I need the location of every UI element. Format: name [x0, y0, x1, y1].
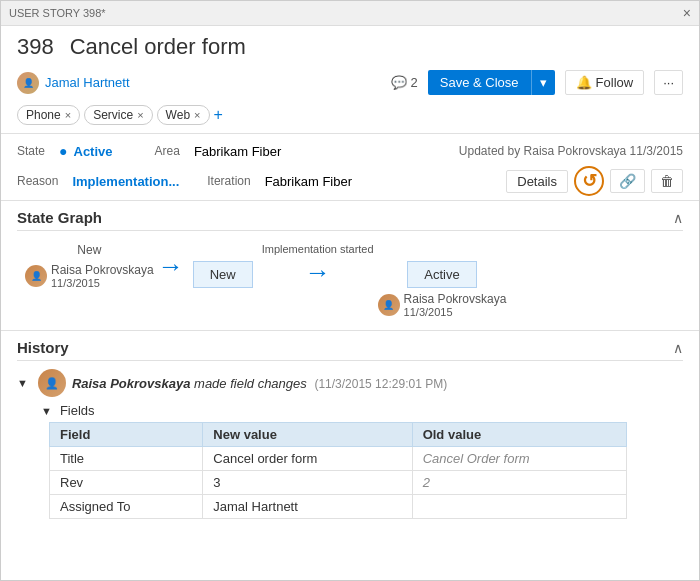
comment-icon: 💬 [391, 75, 407, 90]
area-label: Area [155, 140, 188, 162]
history-timestamp: (11/3/2015 12:29:01 PM) [314, 377, 447, 391]
state-dot: ● [59, 143, 67, 159]
state-graph-title: State Graph [17, 209, 102, 226]
state-node-new-box: x New [188, 243, 258, 288]
state-box-new: New [193, 261, 253, 288]
follow-label: Follow [596, 75, 634, 90]
more-button[interactable]: ··· [654, 70, 683, 95]
state-graph-content: New 👤 Raisa Pokrovskaya 11/3/2015 → x Ne… [17, 239, 683, 326]
arrow-1: → [158, 243, 184, 282]
field-name-assigned: Assigned To [50, 495, 203, 519]
table-row: Assigned To Jamal Hartnett [50, 495, 627, 519]
add-tag-button[interactable]: + [214, 106, 223, 124]
fields-header: ▼ Fields [41, 403, 683, 418]
iteration-label: Iteration [207, 170, 258, 192]
field-old-title: Cancel Order form [412, 447, 626, 471]
state-box-active: Active [407, 261, 476, 288]
reason-label: Reason [17, 170, 66, 192]
state-node-new: New 👤 Raisa Pokrovskaya 11/3/2015 [25, 243, 154, 289]
arrow-2-sym: → [305, 257, 331, 288]
history-section: History ∧ ▼ 👤 Raisa Pokrovskaya made fie… [1, 331, 699, 523]
history-collapse[interactable]: ∧ [673, 340, 683, 356]
tag-web-label: Web [166, 108, 190, 122]
arrow-2: Implementation started → [262, 243, 374, 288]
user-info: 👤 Jamal Hartnett [17, 72, 130, 94]
fields-label: Fields [60, 403, 95, 418]
header: 398 Cancel order form [1, 26, 699, 64]
fields-table: Field New value Old value Title Cancel o… [49, 422, 627, 519]
close-button[interactable]: × [683, 5, 691, 21]
state-value: Active [74, 144, 113, 159]
history-triangle: ▼ [17, 377, 28, 389]
field-old-assigned [412, 495, 626, 519]
field-name-title: Title [50, 447, 203, 471]
state-node-user-3: Raisa Pokrovskaya [404, 292, 507, 306]
tags-bar: Phone × Service × Web × + [1, 101, 699, 133]
table-row: Title Cancel order form Cancel Order for… [50, 447, 627, 471]
tag-service-remove[interactable]: × [137, 109, 143, 121]
toolbar: 👤 Jamal Hartnett 💬 2 Save & Close ▾ 🔔 Fo… [1, 64, 699, 101]
state-new-top-label: New [77, 243, 101, 257]
user-name: Jamal Hartnett [45, 75, 130, 90]
link-button[interactable]: 🔗 [610, 169, 645, 193]
state-node-active-box: x Active 👤 Raisa Pokrovskaya 11/3/2015 [378, 243, 507, 318]
history-title: History [17, 339, 69, 356]
col-old-value: Old value [412, 423, 626, 447]
history-user-row: ▼ 👤 Raisa Pokrovskaya made field changes… [17, 369, 683, 397]
trash-button[interactable]: 🗑 [651, 169, 683, 193]
follow-button[interactable]: 🔔 Follow [565, 70, 645, 95]
title-bar: USER STORY 398* × [1, 1, 699, 26]
tag-service: Service × [84, 105, 152, 125]
tag-phone: Phone × [17, 105, 80, 125]
field-new-assigned: Jamal Hartnett [203, 495, 412, 519]
tag-service-label: Service [93, 108, 133, 122]
raisa-avatar-2: 👤 [378, 294, 400, 316]
field-name-rev: Rev [50, 471, 203, 495]
updated-text: Updated by Raisa Pokrovskaya 11/3/2015 [459, 144, 683, 158]
save-dropdown-button[interactable]: ▾ [531, 70, 555, 95]
details-bar: Details ↺ 🔗 🗑 [506, 166, 683, 196]
follow-icon: 🔔 [576, 75, 592, 90]
details-button[interactable]: Details [506, 170, 568, 193]
fields-triangle: ▼ [41, 405, 52, 417]
state-graph-collapse[interactable]: ∧ [673, 210, 683, 226]
fields-section: ▼ Fields Field New value Old value Title… [41, 403, 683, 519]
field-new-title: Cancel order form [203, 447, 412, 471]
field-old-rev: 2 [412, 471, 626, 495]
save-close-group: Save & Close ▾ [428, 70, 555, 95]
history-icon-button[interactable]: ↺ [574, 166, 604, 196]
iteration-value: Fabrikam Fiber [265, 174, 352, 189]
comment-button[interactable]: 💬 2 [391, 75, 418, 90]
tag-web-remove[interactable]: × [194, 109, 200, 121]
state-label: State [17, 140, 53, 162]
history-entry: ▼ 👤 Raisa Pokrovskaya made field changes… [17, 369, 683, 519]
state-node-date-1: 11/3/2015 [51, 277, 154, 289]
col-new-value: New value [203, 423, 412, 447]
state-graph-section: State Graph ∧ New 👤 Raisa Pokrovskaya 11… [1, 201, 699, 330]
tag-phone-remove[interactable]: × [65, 109, 71, 121]
tag-web: Web × [157, 105, 210, 125]
save-close-button[interactable]: Save & Close [428, 70, 531, 95]
table-row: Rev 3 2 [50, 471, 627, 495]
area-value: Fabrikam Fiber [194, 144, 281, 159]
tag-phone-label: Phone [26, 108, 61, 122]
reason-value: Implementation... [72, 174, 179, 189]
story-title: Cancel order form [70, 34, 246, 60]
history-action: made field changes [194, 376, 310, 391]
field-new-rev: 3 [203, 471, 412, 495]
avatar: 👤 [17, 72, 39, 94]
history-user-name: Raisa Pokrovskaya [72, 376, 191, 391]
title-bar-text: USER STORY 398* [9, 7, 106, 19]
impl-label: Implementation started [262, 243, 374, 255]
history-avatar: 👤 [38, 369, 66, 397]
state-node-user-1: Raisa Pokrovskaya [51, 263, 154, 277]
state-node-date-3: 11/3/2015 [404, 306, 507, 318]
comment-count: 2 [411, 75, 418, 90]
raisa-avatar-1: 👤 [25, 265, 47, 287]
col-field: Field [50, 423, 203, 447]
story-number: 398 [17, 34, 54, 60]
history-user-text: Raisa Pokrovskaya made field changes (11… [72, 376, 447, 391]
